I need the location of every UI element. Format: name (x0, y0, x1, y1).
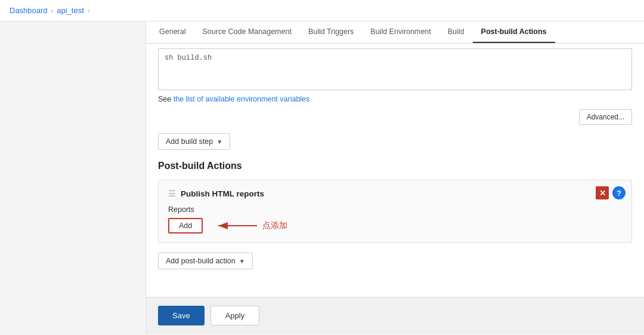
annotation: 点添加 (212, 217, 287, 234)
post-build-dropdown-arrow-icon: ▼ (239, 258, 245, 265)
post-build-btn-row: Add post-build action ▼ (158, 253, 632, 269)
build-step-row: Add build step ▼ (158, 133, 632, 150)
advanced-row: Advanced... (158, 109, 632, 125)
publish-html-reports-card: ☰ Publish HTML reports ✕ ? Reports Add (158, 180, 632, 243)
tab-bar: General Source Code Management Build Tri… (146, 21, 644, 44)
arrow-icon (212, 217, 260, 234)
tab-build-triggers[interactable]: Build Triggers (300, 21, 362, 43)
help-button[interactable]: ? (612, 186, 626, 199)
breadcrumb-project[interactable]: api_test (57, 6, 84, 15)
breadcrumb-sep-1: › (51, 7, 54, 14)
env-vars-text: See the list of available environment va… (158, 95, 632, 103)
drag-handle-icon[interactable]: ☰ (168, 189, 176, 198)
env-vars-link[interactable]: the list of available environment variab… (174, 95, 310, 103)
annotation-text: 点添加 (262, 220, 287, 231)
card-header: ☰ Publish HTML reports (168, 189, 622, 198)
add-build-step-button[interactable]: Add build step ▼ (158, 133, 230, 150)
breadcrumb-bar: Dashboard › api_test › (0, 0, 644, 21)
tab-build-environment[interactable]: Build Environment (362, 21, 439, 43)
tab-source-code[interactable]: Source Code Management (194, 21, 299, 43)
reports-label: Reports (168, 205, 622, 214)
card-controls: ✕ ? (596, 186, 626, 199)
bottom-bar: Save Apply (146, 297, 644, 334)
apply-button[interactable]: Apply (210, 306, 260, 325)
save-button[interactable]: Save (158, 306, 205, 325)
add-post-build-label: Add post-build action (166, 257, 236, 265)
code-line: sh build.sh (165, 54, 212, 62)
tab-post-build-actions[interactable]: Post-build Actions (473, 21, 555, 43)
code-editor[interactable]: sh build.sh (158, 48, 632, 90)
content-area: General Source Code Management Build Tri… (146, 21, 644, 334)
reports-add-row: Add 点添加 (168, 217, 622, 234)
tab-general[interactable]: General (151, 21, 194, 43)
delete-button[interactable]: ✕ (596, 186, 609, 199)
main-layout: General Source Code Management Build Tri… (0, 21, 644, 334)
content-body: sh build.sh See the list of available en… (146, 44, 644, 297)
dropdown-arrow-icon: ▼ (216, 139, 222, 145)
breadcrumb-dashboard[interactable]: Dashboard (10, 6, 48, 15)
post-build-actions-title: Post-build Actions (158, 161, 632, 171)
add-build-step-label: Add build step (166, 137, 213, 146)
breadcrumb-sep-2: › (88, 7, 90, 14)
tab-build[interactable]: Build (439, 21, 473, 43)
advanced-button[interactable]: Advanced... (579, 109, 632, 125)
add-post-build-action-button[interactable]: Add post-build action ▼ (158, 253, 253, 269)
sidebar (0, 21, 146, 334)
add-reports-button[interactable]: Add (168, 218, 203, 233)
card-title: Publish HTML reports (181, 189, 264, 198)
